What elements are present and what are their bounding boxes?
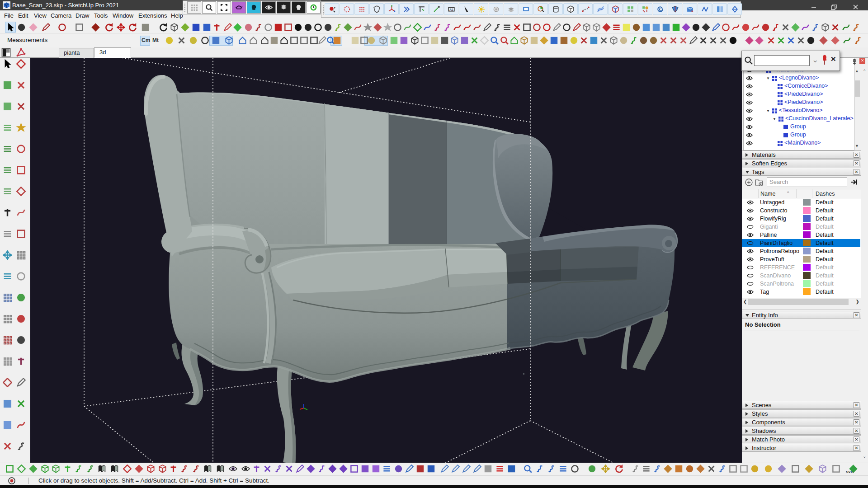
svg-text:A1: A1 [449,8,453,12]
